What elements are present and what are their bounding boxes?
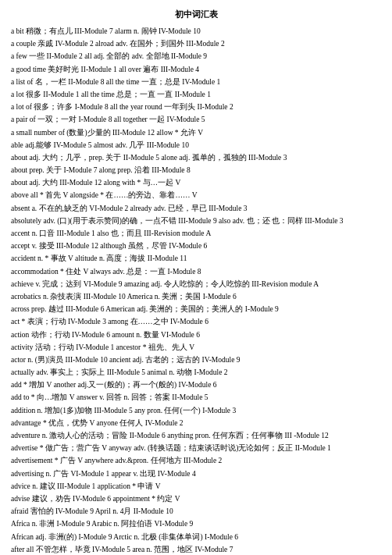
list-item: adventure n. 激动人心的活动；冒险 II-Module 6 anyt… bbox=[11, 430, 381, 442]
list-item: advertisement * 广告 V anywhere adv.&pron.… bbox=[11, 455, 381, 467]
list-item: a good time 美好时光 II-Module 1 all over 遍布… bbox=[11, 64, 381, 76]
list-item: add to * 向…增加 V answer v. 回答 n. 回答；答案 II… bbox=[11, 392, 381, 404]
list-item: able adj.能够 IV-Module 5 almost adv. 几乎 I… bbox=[11, 140, 381, 151]
list-item: addition n. 增加(1多)加物 III-Module 5 any pr… bbox=[11, 405, 381, 417]
list-item: a lot 很多 II-Module 1 all the time 总是；一直 … bbox=[11, 89, 381, 101]
list-item: a list of 名，一栏 II-Module 8 all the time … bbox=[11, 76, 381, 88]
list-item: a lot of 很多；许多 I-Module 8 all the year r… bbox=[11, 101, 381, 113]
list-item: advise 建议，劝告 IV-Module 6 appointment * 约… bbox=[11, 493, 381, 505]
list-item: achieve v. 完成；达到 VI-Module 9 amazing adj… bbox=[11, 279, 381, 290]
list-item: absent a. 不在的,缺乏的 VI-Module 2 already ad… bbox=[11, 203, 381, 215]
list-item: a bit 稍微；有点儿 III-Module 7 alarm n. 闹钟 IV… bbox=[11, 26, 381, 37]
list-item: a small number of (数量)少量的 III-Module 12 … bbox=[11, 127, 381, 139]
list-item: a couple 亲戚 IV-Module 2 alroad adv. 在国外；… bbox=[11, 38, 381, 50]
list-item: advertise * 做广告；营广告 V anyway adv. (转换话题；… bbox=[11, 443, 381, 454]
list-item: after all 不管怎样，毕竟 IV-Module 5 area n. 范围… bbox=[11, 544, 381, 555]
list-item: acrobatics n. 杂技表演 III-Module 10 America… bbox=[11, 291, 381, 303]
list-item: afraid 害怕的 IV-Module 9 April n. 4月 II-Mo… bbox=[11, 506, 381, 518]
list-item: accept v. 接受 III-Module 12 although 虽然，尽… bbox=[11, 240, 381, 252]
list-item: a few 一些 II-Module 2 all adj. 全部的 adv. 全… bbox=[11, 51, 381, 62]
list-item: across prep. 越过 III-Module 6 American ad… bbox=[11, 304, 381, 315]
list-item: African adj. 非洲(的) I-Module 9 Arctic n. … bbox=[11, 532, 381, 543]
list-item: advantage * 优点，优势 V anyone 任何人 IV-Module… bbox=[11, 418, 381, 429]
list-item: activity 活动；行动 IV-Module 1 ancestor * 祖先… bbox=[11, 342, 381, 354]
list-item: advertising n. 广告 VI-Module 1 appear v. … bbox=[11, 468, 381, 480]
list-item: accent n. 口音 III-Module 1 also 也；而且 III-… bbox=[11, 228, 381, 240]
list-item: add * 增加 V another adj.又一(般的)；再一个(般的) IV… bbox=[11, 379, 381, 391]
page-title: 初中词汇表 bbox=[11, 8, 381, 21]
list-item: about prep. 关于 I-Module 7 along prep. 沿着… bbox=[11, 165, 381, 176]
list-item: advice n. 建议 III-Module 1 application * … bbox=[11, 481, 381, 493]
list-item: accident n. * 事故 V altitude n. 高度；海拔 II-… bbox=[11, 253, 381, 265]
list-item: actually adv. 事实上；实际上 III-Module 5 anima… bbox=[11, 367, 381, 379]
vocab-content: a bit 稍微；有点儿 III-Module 7 alarm n. 闹钟 IV… bbox=[11, 26, 381, 555]
list-item: absolutely adv. (口)(用于表示赞同)的确，一点不错 III-M… bbox=[11, 215, 381, 227]
list-item: actor n. (男)演员 III-Module 10 ancient adj… bbox=[11, 354, 381, 366]
list-item: act * 表演；行动 IV-Module 3 among 在……之中 IV-M… bbox=[11, 316, 381, 328]
list-item: about adj. 大约；几乎，prep. 关于 II-Module 5 al… bbox=[11, 152, 381, 164]
list-item: action 动作；行动 IV-Module 6 amount n. 数量 VI… bbox=[11, 329, 381, 341]
list-item: a pair of 一双；一对 I-Module 8 all together … bbox=[11, 114, 381, 126]
list-item: about adj. 大约 III-Module 12 along with *… bbox=[11, 177, 381, 189]
list-item: above all * 首先 V alongside * 在……的旁边、靠着……… bbox=[11, 190, 381, 201]
list-item: Africa n. 非洲 I-Module 9 Arabic n. 阿拉伯语 V… bbox=[11, 518, 381, 530]
list-item: accommodation * 住处 V always adv. 总是：一直 I… bbox=[11, 266, 381, 278]
